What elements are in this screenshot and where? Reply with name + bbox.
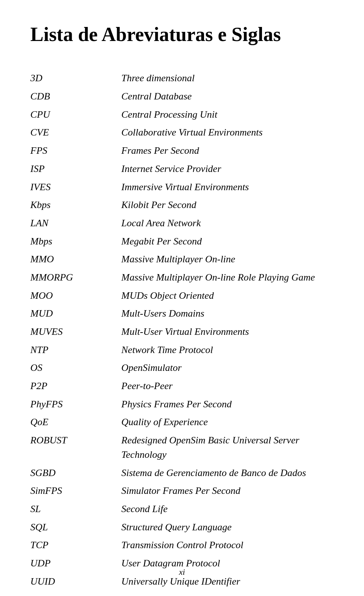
definition: Structured Query Language xyxy=(121,518,334,536)
table-row: LANLocal Area Network xyxy=(30,214,334,232)
table-row: ISPInternet Service Provider xyxy=(30,160,334,178)
abbreviation: MMORPG xyxy=(30,268,121,287)
definition: Internet Service Provider xyxy=(121,160,334,178)
table-row: FPSFrames Per Second xyxy=(30,142,334,160)
table-row: P2PPeer-to-Peer xyxy=(30,377,334,395)
abbreviation: WAN xyxy=(30,590,121,596)
definition: Massive Multiplayer On-line Role Playing… xyxy=(121,268,334,287)
table-row: ROBUSTRedesigned OpenSim Basic Universal… xyxy=(30,431,334,464)
abbreviation: TCP xyxy=(30,536,121,554)
abbreviation: SimFPS xyxy=(30,482,121,500)
abbreviations-table: 3DThree dimensionalCDBCentral DatabaseCP… xyxy=(30,69,334,596)
table-row: MUDMult-Users Domains xyxy=(30,304,334,323)
abbreviation: SL xyxy=(30,500,121,518)
definition: Central Processing Unit xyxy=(121,106,334,124)
abbreviation: MUVES xyxy=(30,323,121,341)
abbreviation: FPS xyxy=(30,142,121,160)
table-row: PhyFPSPhysics Frames Per Second xyxy=(30,395,334,413)
table-row: KbpsKilobit Per Second xyxy=(30,196,334,214)
definition: Physics Frames Per Second xyxy=(121,395,334,413)
abbreviation: MOO xyxy=(30,287,121,305)
definition: OpenSimulator xyxy=(121,359,334,377)
abbreviation: CDB xyxy=(30,87,121,106)
table-row: NTPNetwork Time Protocol xyxy=(30,341,334,359)
abbreviation: 3D xyxy=(30,69,121,87)
table-row: SGBDSistema de Gerenciamento de Banco de… xyxy=(30,464,334,482)
definition: Mult-Users Domains xyxy=(121,304,334,323)
abbreviation: MUD xyxy=(30,304,121,323)
definition: Mult-User Virtual Environments xyxy=(121,323,334,341)
table-row: MOOMUDs Object Oriented xyxy=(30,287,334,305)
table-row: CDBCentral Database xyxy=(30,87,334,106)
table-row: QoEQuality of Experience xyxy=(30,413,334,431)
page-title: Lista de Abreviaturas e Siglas xyxy=(30,23,334,46)
definition: Three dimensional xyxy=(121,69,334,87)
abbreviation: OS xyxy=(30,359,121,377)
table-row: MMORPGMassive Multiplayer On-line Role P… xyxy=(30,268,334,287)
abbreviation: SGBD xyxy=(30,464,121,482)
abbreviation: P2P xyxy=(30,377,121,395)
abbreviation: Kbps xyxy=(30,196,121,214)
definition: Central Database xyxy=(121,87,334,106)
abbreviation: ROBUST xyxy=(30,431,121,464)
abbreviation: PhyFPS xyxy=(30,395,121,413)
definition: Kilobit Per Second xyxy=(121,196,334,214)
abbreviation: ISP xyxy=(30,160,121,178)
table-row: WANWide Area Network xyxy=(30,590,334,596)
definition: Peer-to-Peer xyxy=(121,377,334,395)
abbreviation: QoE xyxy=(30,413,121,431)
definition: Wide Area Network xyxy=(121,590,334,596)
definition: Massive Multiplayer On-line xyxy=(121,250,334,268)
definition: Quality of Experience xyxy=(121,413,334,431)
table-row: CVECollaborative Virtual Environments xyxy=(30,123,334,142)
table-row: SimFPSSimulator Frames Per Second xyxy=(30,482,334,500)
abbreviation: MMO xyxy=(30,250,121,268)
definition: Sistema de Gerenciamento de Banco de Dad… xyxy=(121,464,334,482)
abbreviation: SQL xyxy=(30,518,121,536)
definition: Network Time Protocol xyxy=(121,341,334,359)
definition: MUDs Object Oriented xyxy=(121,287,334,305)
abbreviation: CPU xyxy=(30,106,121,124)
definition: Collaborative Virtual Environments xyxy=(121,123,334,142)
table-row: CPUCentral Processing Unit xyxy=(30,106,334,124)
abbreviation: CVE xyxy=(30,123,121,142)
definition: Redesigned OpenSim Basic Universal Serve… xyxy=(121,431,334,464)
abbreviation: NTP xyxy=(30,341,121,359)
definition: Second Life xyxy=(121,500,334,518)
table-row: SLSecond Life xyxy=(30,500,334,518)
definition: Transmission Control Protocol xyxy=(121,536,334,554)
abbreviation: Mbps xyxy=(30,232,121,251)
page-footer: xi xyxy=(0,567,364,577)
definition: Frames Per Second xyxy=(121,142,334,160)
abbreviation: IVES xyxy=(30,178,121,196)
table-row: MbpsMegabit Per Second xyxy=(30,232,334,251)
definition: Local Area Network xyxy=(121,214,334,232)
definition: Simulator Frames Per Second xyxy=(121,482,334,500)
table-row: 3DThree dimensional xyxy=(30,69,334,87)
abbreviation: LAN xyxy=(30,214,121,232)
table-row: SQLStructured Query Language xyxy=(30,518,334,536)
table-row: IVESImmersive Virtual Environments xyxy=(30,178,334,196)
table-row: MMOMassive Multiplayer On-line xyxy=(30,250,334,268)
definition: Immersive Virtual Environments xyxy=(121,178,334,196)
table-row: TCPTransmission Control Protocol xyxy=(30,536,334,554)
table-row: OSOpenSimulator xyxy=(30,359,334,377)
table-row: MUVESMult-User Virtual Environments xyxy=(30,323,334,341)
definition: Megabit Per Second xyxy=(121,232,334,251)
